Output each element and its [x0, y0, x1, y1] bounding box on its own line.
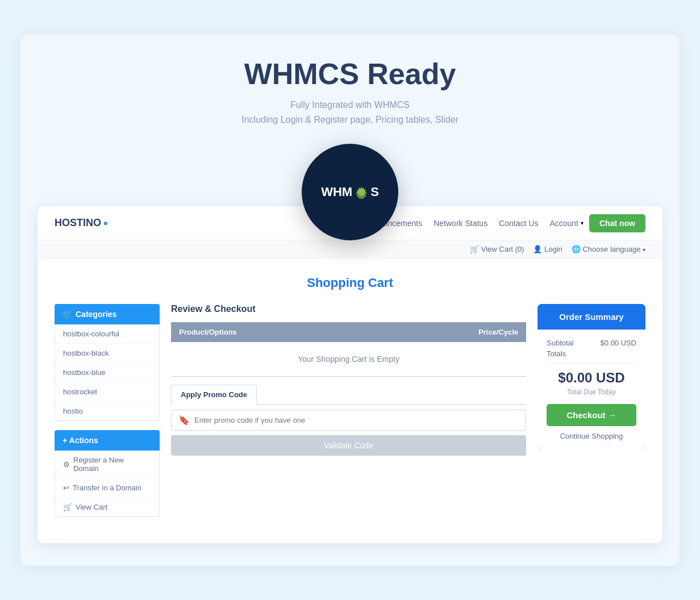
login-link[interactable]: 👤 Login [533, 245, 562, 253]
transfer-icon: ↩ [63, 484, 69, 492]
hero-subtitle-line2: Including Login & Register page, Pricing… [38, 113, 663, 127]
chevron-down-icon: ▾ [643, 247, 645, 253]
sidebar: 🛒 Categories hostbox-colourful hostbox-b… [55, 304, 160, 526]
whmcs-card: HOSTINO▪ Home Announcements Network Stat… [38, 206, 663, 543]
promo-input-row: 🔖 [171, 410, 526, 431]
whmcs-logo: WHM S [302, 144, 398, 240]
order-summary-box: Order Summary Subtotal $0.00 USD Totals … [538, 304, 645, 449]
promo-section: Apply Promo Code 🔖 Validate Code [171, 385, 526, 456]
sidebar-item-view-cart[interactable]: 🛒 View Cart [55, 498, 159, 516]
hero-section: WHMCS Ready Fully Integrated with WHMCS … [38, 57, 663, 127]
main-content: Shopping Cart 🛒 Categories hostbox-colou… [38, 259, 663, 543]
actions-list: ⚙ Register a New Domain ↩ Transfer in a … [55, 451, 160, 517]
promo-code-input[interactable] [194, 416, 519, 424]
order-summary: Order Summary Subtotal $0.00 USD Totals … [538, 304, 645, 526]
col-product: Product/Options [171, 322, 373, 342]
review-checkout-title: Review & Checkout [171, 304, 526, 314]
cart-table-header: Product/Options Price/Cycle [171, 322, 526, 342]
totals-label: Totals [547, 349, 566, 358]
subtotal-row: Subtotal $0.00 USD [547, 339, 636, 347]
view-cart-link[interactable]: 🛒 View Cart (0) [470, 245, 524, 253]
hero-title: WHMCS Ready [38, 57, 663, 91]
empty-cart-message: Your Shopping Cart is Empty [171, 342, 526, 377]
order-summary-title: Order Summary [538, 304, 645, 330]
continue-shopping-link[interactable]: Continue Shopping [547, 432, 636, 440]
hero-subtitle-line1: Fully Integrated with WHMCS [38, 98, 663, 113]
order-summary-body: Subtotal $0.00 USD Totals $0.00 USD Tota… [538, 330, 645, 449]
cart-table: Product/Options Price/Cycle Your Shoppin… [171, 322, 526, 377]
sidebar-item-hostbox-blue[interactable]: hostbox-blue [55, 363, 159, 382]
whmcs-logo-text: WHM S [321, 184, 379, 200]
sidebar-item-hostbox-colourful[interactable]: hostbox-colourful [55, 324, 159, 344]
apply-promo-tab[interactable]: Apply Promo Code [171, 385, 257, 405]
content-layout: 🛒 Categories hostbox-colourful hostbox-b… [55, 304, 645, 526]
order-divider [547, 363, 636, 363]
promo-icon: 🔖 [178, 415, 190, 426]
sidebar-item-register-domain[interactable]: ⚙ Register a New Domain [55, 451, 159, 478]
svg-point-2 [360, 191, 363, 194]
checkout-button[interactable]: Checkout → [547, 404, 636, 426]
gear-icon [353, 184, 369, 200]
categories-list: hostbox-colourful hostbox-black hostbox-… [55, 324, 160, 421]
logo-circle-wrapper: WHM S [38, 144, 663, 240]
categories-header: 🛒 Categories [55, 304, 160, 324]
subtotal-value: $0.00 USD [600, 339, 636, 347]
cart-icon: 🛒 [63, 310, 72, 319]
subtotal-label: Subtotal [547, 339, 574, 347]
language-selector[interactable]: 🌐 Choose language ▾ [572, 245, 645, 253]
actions-section: + Actions ⚙ Register a New Domain ↩ Tran… [55, 430, 160, 517]
sub-navbar: 🛒 View Cart (0) 👤 Login 🌐 Choose languag… [38, 240, 663, 259]
sidebar-item-hostrocket[interactable]: hostrocket [55, 382, 159, 402]
validate-code-button[interactable]: Validate Code [171, 435, 526, 456]
actions-header: + Actions [55, 430, 160, 451]
sidebar-item-hostio[interactable]: hostio [55, 402, 159, 420]
page-title: Shopping Cart [55, 276, 645, 290]
gear-icon: ⚙ [63, 460, 70, 469]
order-total-due-label: Total Due Today [547, 388, 636, 396]
empty-cart-row: Your Shopping Cart is Empty [171, 342, 526, 377]
sidebar-item-hostbox-black[interactable]: hostbox-black [55, 344, 159, 363]
cart-icon: 🛒 [63, 503, 72, 511]
col-price: Price/Cycle [373, 322, 526, 342]
outer-container: WHMCS Ready Fully Integrated with WHMCS … [20, 34, 680, 566]
order-total-amount: $0.00 USD [547, 370, 636, 386]
main-area: Review & Checkout Product/Options Price/… [171, 304, 526, 526]
totals-label-row: Totals [547, 349, 636, 358]
promo-tabs: Apply Promo Code [171, 385, 526, 405]
sidebar-item-transfer-domain[interactable]: ↩ Transfer in a Domain [55, 478, 159, 498]
categories-section: 🛒 Categories hostbox-colourful hostbox-b… [55, 304, 160, 421]
